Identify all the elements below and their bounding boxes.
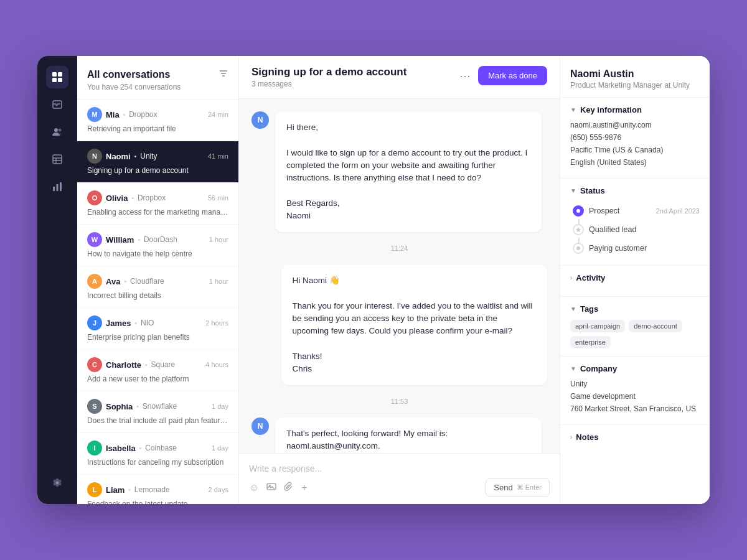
contact-timezone: Pacific Time (US & Canada) <box>570 146 700 154</box>
status-header[interactable]: ▼ Status <box>570 186 700 195</box>
chat-title: Signing up for a demo account <box>251 66 406 78</box>
svg-rect-1 <box>58 72 62 77</box>
notes-header[interactable]: › Notes <box>570 432 700 442</box>
sidebar-icon-people[interactable] <box>46 121 68 143</box>
pipeline-date: 2nd April 2023 <box>656 207 700 215</box>
tags-title: Tags <box>580 304 598 314</box>
message-text: Hi Naomi 👋Thank you for your interest. I… <box>293 274 537 375</box>
conversations-subtitle: You have 254 conversations <box>87 83 228 91</box>
key-information-title: Key information <box>580 105 642 114</box>
chat-header-actions: ⋯ Mark as done <box>457 66 547 85</box>
conversation-item[interactable]: J James • NIO 2 hours Enterprise pricing… <box>77 308 238 350</box>
message-time: 11:24 <box>251 245 547 252</box>
conversation-item[interactable]: W William • DoorDash 1 hour How to navig… <box>77 225 238 266</box>
company-title: Company <box>580 364 617 373</box>
conversation-item[interactable]: N Naomi • Unity 41 min Signing up for a … <box>77 141 238 183</box>
app-container: All conversations You have 254 conversat… <box>37 56 710 504</box>
activity-title: Activity <box>576 273 605 282</box>
message-row: Hi Naomi 👋Thank you for your interest. I… <box>251 264 547 385</box>
company-industry: Game development <box>570 392 700 401</box>
pipeline-label: Paying customer <box>589 244 647 253</box>
pipeline-dot <box>573 224 584 235</box>
conversation-item[interactable]: M Mia • Dropbox 24 min Retrieving an imp… <box>77 100 238 141</box>
pipeline-item[interactable]: Qualified lead <box>573 220 700 239</box>
conversations-title-row: All conversations <box>87 68 228 80</box>
tags-header[interactable]: ▼ Tags <box>570 304 700 314</box>
company-section: ▼ Company Unity Game development 760 Mar… <box>560 357 710 425</box>
key-info-chevron: ▼ <box>570 106 576 113</box>
conversations-panel: All conversations You have 254 conversat… <box>77 56 239 504</box>
svg-rect-7 <box>53 155 62 164</box>
svg-point-19 <box>576 246 580 250</box>
cmd-hint: ⌘ Enter <box>517 483 542 492</box>
send-label: Send <box>494 483 512 492</box>
conversation-item[interactable]: I Isabella • Coinbase 1 day Instructions… <box>77 433 238 475</box>
notes-title: Notes <box>576 432 598 442</box>
message-row: N That's perfect, looking forward! My em… <box>251 418 547 453</box>
right-panel: Naomi Austin Product Marketing Manager a… <box>560 56 710 504</box>
chat-input-area: ☺ + Send ⌘ Enter <box>239 453 560 504</box>
activity-header[interactable]: › Activity <box>570 273 700 282</box>
conversation-item[interactable]: L Liam • Lemonade 2 days Feedback on the… <box>77 475 238 504</box>
status-chevron: ▼ <box>570 187 576 194</box>
sidebar-icon-inbox[interactable] <box>46 93 68 116</box>
pipeline-item[interactable]: Prospect 2nd April 2023 <box>573 202 700 220</box>
message-row: N Hi there,I would like to sign up for a… <box>251 111 547 232</box>
sidebar-icon-table[interactable] <box>46 148 68 170</box>
key-information-header[interactable]: ▼ Key information <box>570 105 700 114</box>
add-icon[interactable]: + <box>301 482 307 493</box>
conversation-item[interactable]: A Ava • Cloudflare 1 hour Incorrect bill… <box>77 266 238 308</box>
notes-chevron: › <box>570 434 572 441</box>
chat-header: Signing up for a demo account 3 messages… <box>239 56 560 99</box>
chat-header-left: Signing up for a demo account 3 messages <box>251 66 406 88</box>
pipeline-label: Prospect <box>589 207 619 215</box>
attach-icon[interactable] <box>284 482 294 494</box>
svg-point-5 <box>54 128 58 132</box>
tag[interactable]: april-campaign <box>570 320 625 332</box>
pipeline-dot <box>573 205 584 217</box>
company-address: 760 Market Street, San Francisco, US <box>570 404 700 413</box>
contact-header: Naomi Austin Product Marketing Manager a… <box>560 56 710 98</box>
contact-name: Naomi Austin <box>570 68 700 80</box>
filter-icon[interactable] <box>218 68 228 80</box>
conversations-header: All conversations You have 254 conversat… <box>77 56 238 100</box>
conversation-item[interactable]: C Charlotte • Square 4 hours Add a new u… <box>77 350 238 391</box>
status-section: ▼ Status Prospect 2nd April 2023 Qualifi… <box>560 179 710 266</box>
settings-icon[interactable] <box>46 472 68 494</box>
chat-input[interactable] <box>249 461 550 478</box>
chat-panel: Signing up for a demo account 3 messages… <box>239 56 560 504</box>
image-icon[interactable] <box>266 482 276 494</box>
chat-send: Send ⌘ Enter <box>486 478 550 497</box>
sidebar-icon-grid[interactable] <box>46 66 68 88</box>
company-header[interactable]: ▼ Company <box>570 364 700 373</box>
mark-done-button[interactable]: Mark as done <box>478 66 547 85</box>
pipeline-label: Qualified lead <box>589 225 636 234</box>
contact-email: naomi.austin@unity.com <box>570 121 700 129</box>
svg-rect-11 <box>53 187 55 191</box>
svg-rect-13 <box>60 182 62 191</box>
contact-language: English (United States) <box>570 158 700 167</box>
message-bubble: Hi there,I would like to sign up for a d… <box>275 111 542 232</box>
activity-chevron: › <box>570 274 572 281</box>
status-title: Status <box>580 186 605 195</box>
conversation-item[interactable]: O Olivia • Dropbox 56 min Enabling acces… <box>77 183 238 225</box>
tags-section: ▼ Tags april-campaigndemo-accountenterpr… <box>560 297 710 357</box>
chat-toolbar: ☺ + Send ⌘ Enter <box>249 478 550 497</box>
more-options-button[interactable]: ⋯ <box>457 67 473 85</box>
sidebar-icon-chart[interactable] <box>46 175 68 198</box>
pipeline-item[interactable]: Paying customer <box>573 239 700 258</box>
send-button[interactable]: Send ⌘ Enter <box>486 478 550 497</box>
conversation-item[interactable]: S Sophia • Snowflake 1 day Does the tria… <box>77 391 238 433</box>
message-bubble: Hi Naomi 👋Thank you for your interest. I… <box>281 264 548 385</box>
svg-rect-0 <box>52 72 57 77</box>
chat-messages: N Hi there,I would like to sign up for a… <box>239 99 560 453</box>
message-time: 11:53 <box>251 398 547 405</box>
svg-point-6 <box>59 129 62 132</box>
tag[interactable]: enterprise <box>570 336 611 348</box>
message-text: That's perfect, looking forward! My emai… <box>286 427 530 453</box>
message-text: Hi there,I would like to sign up for a d… <box>286 121 530 222</box>
pipeline-dot <box>573 243 584 254</box>
tag[interactable]: demo-account <box>629 320 682 332</box>
emoji-icon[interactable]: ☺ <box>249 482 259 493</box>
company-name: Unity <box>570 380 700 388</box>
